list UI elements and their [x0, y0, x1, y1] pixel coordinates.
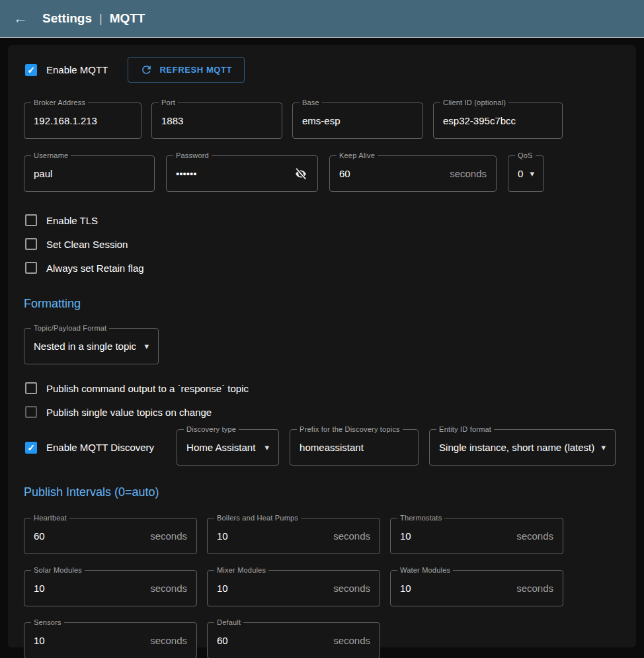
- set-clean-session-checkbox[interactable]: Set Clean Session: [24, 232, 620, 256]
- checkbox-checked-icon: ✓: [25, 442, 37, 454]
- enable-tls-checkbox[interactable]: Enable TLS: [24, 208, 620, 232]
- page-title-settings: Settings: [42, 11, 92, 26]
- back-arrow-icon[interactable]: ←: [13, 11, 28, 26]
- water-input[interactable]: [400, 583, 511, 594]
- username-label: Username: [31, 151, 71, 159]
- client-id-input[interactable]: [443, 115, 553, 126]
- port-field[interactable]: Port: [151, 103, 282, 139]
- password-label: Password: [173, 151, 212, 159]
- dropdown-caret-icon: ▾: [265, 442, 270, 452]
- topic-payload-format-select[interactable]: Topic/Payload Format Nested in a single …: [24, 328, 159, 364]
- entity-id-format-value: Single instance, short name (latest): [439, 442, 594, 453]
- keep-alive-input[interactable]: [339, 168, 444, 179]
- set-clean-session-label: Set Clean Session: [46, 239, 128, 250]
- discovery-prefix-field[interactable]: Prefix for the Discovery topics: [290, 429, 419, 466]
- checkbox-unchecked-icon: [25, 238, 37, 250]
- thermostats-label: Thermostats: [397, 514, 444, 522]
- check-icon: ✓: [27, 443, 35, 452]
- keep-alive-field[interactable]: Keep Alive seconds: [329, 155, 497, 192]
- port-input[interactable]: [161, 115, 272, 126]
- sensors-interval-field[interactable]: Sensors seconds: [24, 622, 197, 658]
- retain-flag-checkbox[interactable]: Always set Retain flag: [24, 256, 620, 280]
- seconds-suffix: seconds: [150, 530, 187, 542]
- heartbeat-interval-field[interactable]: Heartbeat seconds: [24, 518, 197, 554]
- username-field[interactable]: Username: [24, 155, 155, 192]
- seconds-suffix: seconds: [333, 635, 370, 646]
- keep-alive-suffix: seconds: [450, 168, 487, 179]
- topic-payload-format-label: Topic/Payload Format: [31, 324, 109, 332]
- sensors-input[interactable]: [34, 635, 145, 646]
- enable-mqtt-checkbox[interactable]: ✓ Enable MQTT: [24, 58, 109, 82]
- retain-flag-label: Always set Retain flag: [46, 263, 144, 274]
- boilers-label: Boilers and Heat Pumps: [214, 514, 301, 522]
- discovery-prefix-label: Prefix for the Discovery topics: [297, 425, 403, 433]
- client-id-label: Client ID (optional): [440, 99, 508, 106]
- dropdown-caret-icon: ▾: [530, 169, 534, 179]
- keep-alive-label: Keep Alive: [337, 151, 378, 159]
- publish-response-checkbox[interactable]: Publish command output to a `response` t…: [24, 376, 620, 400]
- base-input[interactable]: [302, 115, 413, 126]
- dropdown-caret-icon: ▾: [602, 442, 606, 452]
- default-input[interactable]: [217, 635, 328, 646]
- sensors-label: Sensors: [31, 618, 64, 626]
- broker-address-label: Broker Address: [31, 99, 88, 106]
- broker-address-input[interactable]: [34, 115, 132, 126]
- publish-response-label: Publish command output to a `response` t…: [46, 383, 249, 394]
- qos-value: 0: [518, 168, 523, 179]
- client-id-field[interactable]: Client ID (optional): [433, 103, 563, 139]
- solar-input[interactable]: [34, 583, 145, 594]
- password-input[interactable]: [176, 168, 290, 179]
- topic-payload-format-value: Nested in a single topic: [34, 341, 138, 352]
- thermostats-interval-field[interactable]: Thermostats seconds: [390, 518, 563, 554]
- tls-session-retain-checkboxes: Enable TLS Set Clean Session Always set …: [24, 208, 620, 280]
- discovery-row: ✓ Enable MQTT Discovery Discovery type H…: [24, 429, 620, 466]
- mixer-label: Mixer Modules: [214, 566, 268, 574]
- publish-single-value-checkbox[interactable]: Publish single value topics on change: [24, 400, 620, 424]
- seconds-suffix: seconds: [150, 583, 187, 594]
- water-interval-field[interactable]: Water Modules seconds: [390, 570, 563, 606]
- enable-mqtt-discovery-checkbox[interactable]: ✓ Enable MQTT Discovery: [24, 436, 166, 460]
- refresh-mqtt-button[interactable]: REFRESH MQTT: [128, 57, 245, 83]
- checkbox-checked-icon: ✓: [25, 64, 37, 76]
- checkbox-unchecked-icon: [25, 382, 37, 394]
- discovery-type-value: Home Assistant: [186, 442, 258, 453]
- heartbeat-label: Heartbeat: [31, 514, 69, 522]
- top-row: ✓ Enable MQTT REFRESH MQTT: [24, 57, 620, 83]
- seconds-suffix: seconds: [333, 583, 370, 594]
- title-separator: |: [99, 12, 102, 26]
- page-title-mqtt: MQTT: [110, 11, 145, 26]
- publish-intervals-grid: Heartbeat seconds Boilers and Heat Pumps…: [24, 518, 620, 658]
- discovery-type-label: Discovery type: [184, 425, 239, 433]
- seconds-suffix: seconds: [516, 583, 553, 594]
- base-label: Base: [300, 99, 322, 106]
- mixer-input[interactable]: [217, 583, 328, 594]
- qos-select[interactable]: QoS 0 ▾: [508, 155, 544, 192]
- default-label: Default: [214, 618, 243, 626]
- thermostats-input[interactable]: [400, 530, 511, 542]
- solar-interval-field[interactable]: Solar Modules seconds: [24, 570, 197, 606]
- enable-mqtt-discovery-label: Enable MQTT Discovery: [46, 442, 154, 453]
- publish-single-value-label: Publish single value topics on change: [46, 407, 212, 418]
- formatting-heading: Formatting: [24, 297, 620, 311]
- password-field[interactable]: Password: [166, 155, 318, 192]
- heartbeat-input[interactable]: [34, 530, 145, 542]
- fields-row-1: Broker Address Port Base Client ID (opti…: [24, 103, 620, 139]
- formatting-checkboxes: Publish command output to a `response` t…: [24, 376, 620, 424]
- mixer-interval-field[interactable]: Mixer Modules seconds: [207, 570, 380, 606]
- seconds-suffix: seconds: [150, 635, 187, 646]
- entity-id-format-select[interactable]: Entity ID format Single instance, short …: [429, 429, 616, 466]
- mqtt-settings-card: ✓ Enable MQTT REFRESH MQTT Broker Addres…: [8, 45, 636, 647]
- boilers-interval-field[interactable]: Boilers and Heat Pumps seconds: [207, 518, 380, 554]
- qos-label: QoS: [515, 151, 536, 159]
- discovery-prefix-input[interactable]: [300, 442, 409, 453]
- boilers-input[interactable]: [217, 530, 328, 542]
- refresh-icon: [140, 63, 153, 76]
- base-field[interactable]: Base: [292, 103, 423, 139]
- username-input[interactable]: [34, 168, 145, 179]
- enable-tls-label: Enable TLS: [46, 215, 98, 226]
- default-interval-field[interactable]: Default seconds: [207, 622, 380, 658]
- discovery-type-select[interactable]: Discovery type Home Assistant ▾: [177, 429, 279, 466]
- toggle-password-visibility-button[interactable]: [294, 167, 308, 181]
- broker-address-field[interactable]: Broker Address: [24, 103, 141, 139]
- checkbox-unchecked-icon: [25, 406, 37, 418]
